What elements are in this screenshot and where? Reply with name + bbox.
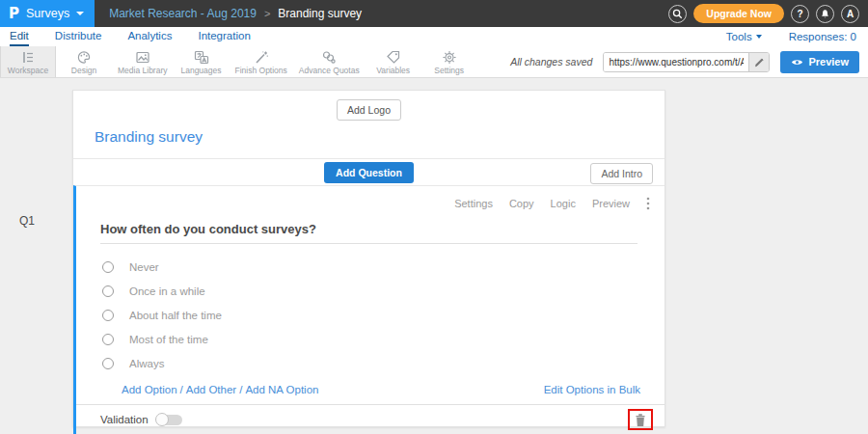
- chevron-down-icon: [76, 12, 84, 15]
- toolbar-item-finish-options[interactable]: Finish Options: [230, 46, 293, 77]
- avatar-initial: A: [847, 9, 854, 19]
- option-label[interactable]: Never: [129, 261, 159, 273]
- breadcrumb-separator: >: [264, 8, 270, 19]
- autosave-status: All changes saved: [510, 56, 592, 68]
- pencil-icon: [754, 57, 765, 68]
- toolbar-item-label: Workspace: [8, 66, 48, 75]
- radio-button[interactable]: [102, 261, 114, 273]
- quota-links-icon: [321, 50, 337, 65]
- add-logo-button[interactable]: Add Logo: [337, 99, 401, 121]
- add-question-row: Add Question Add Intro: [73, 158, 665, 185]
- toolbar-right: All changes saved Preview: [510, 46, 868, 77]
- option-row: About half the time: [102, 303, 665, 327]
- tab-analytics[interactable]: Analytics: [127, 27, 172, 46]
- notifications-button[interactable]: [816, 5, 834, 23]
- question-block: Settings Copy Logic Preview How often do…: [73, 185, 665, 434]
- survey-url-input[interactable]: [604, 53, 748, 71]
- option-links-row: Add Option/Add Other/Add NA Option Edit …: [122, 384, 640, 395]
- toolbar-item-label: Languages: [180, 66, 221, 75]
- option-label[interactable]: Once in a while: [129, 285, 205, 297]
- option-label[interactable]: About half the time: [129, 310, 222, 321]
- wand-icon: [254, 50, 269, 65]
- option-label[interactable]: Always: [129, 358, 164, 369]
- palette-icon: [76, 50, 92, 65]
- radio-button[interactable]: [102, 285, 114, 297]
- logo-row: Add Logo: [73, 91, 665, 121]
- validation-toggle[interactable]: [156, 415, 182, 425]
- edit-options-in-bulk-link[interactable]: Edit Options in Bulk: [544, 384, 640, 395]
- breadcrumb: Market Research - Aug 2019 > Branding su…: [109, 7, 362, 20]
- question-mark-icon: ?: [797, 9, 802, 19]
- avatar[interactable]: A: [841, 5, 859, 23]
- validation-label: Validation: [100, 414, 149, 425]
- add-na-option-link[interactable]: Add NA Option: [245, 384, 318, 395]
- preview-button-label: Preview: [808, 56, 849, 68]
- toggle-knob-icon: [155, 413, 169, 426]
- toolbar-item-label: Variables: [376, 66, 410, 75]
- builder-toolbar: Workspace Design Media Library Languages…: [0, 46, 868, 78]
- tab-edit[interactable]: Edit: [10, 27, 29, 46]
- radio-button[interactable]: [102, 334, 114, 345]
- toolbar-item-settings[interactable]: Settings: [421, 46, 477, 77]
- question-settings-link[interactable]: Settings: [454, 198, 493, 209]
- more-options-button[interactable]: [646, 197, 650, 210]
- survey-card: Add Logo Branding survey Add Question Ad…: [72, 90, 665, 427]
- toolbar-item-label: Media Library: [118, 66, 168, 75]
- top-bar: P Surveys Market Research - Aug 2019 > B…: [0, 0, 868, 27]
- tab-distribute[interactable]: Distribute: [55, 27, 102, 46]
- toolbar-item-media-library[interactable]: Media Library: [112, 46, 174, 77]
- delete-question-button-highlighted[interactable]: [628, 409, 653, 430]
- toolbar-item-workspace[interactable]: Workspace: [0, 46, 56, 77]
- option-label[interactable]: Most of the time: [129, 334, 208, 345]
- option-row: Never: [102, 255, 665, 279]
- toolbar-item-label: Settings: [434, 66, 464, 75]
- translate-icon: [194, 50, 209, 65]
- product-menu[interactable]: P Surveys: [0, 0, 95, 27]
- question-logic-link[interactable]: Logic: [551, 198, 576, 209]
- search-button[interactable]: [668, 5, 687, 23]
- toolbar-item-variables[interactable]: Variables: [366, 46, 421, 77]
- toolbar-item-languages[interactable]: Languages: [174, 46, 230, 77]
- option-row: Most of the time: [102, 327, 665, 351]
- tools-menu[interactable]: Tools: [726, 31, 762, 42]
- gear-icon: [442, 50, 457, 65]
- survey-title[interactable]: Branding survey: [95, 128, 203, 145]
- topbar-actions: Upgrade Now ? A: [668, 4, 868, 23]
- help-button[interactable]: ?: [791, 5, 809, 23]
- question-id-label: Q1: [19, 214, 35, 228]
- tab-integration[interactable]: Integration: [198, 27, 250, 46]
- add-intro-button[interactable]: Add Intro: [590, 163, 653, 184]
- add-question-button[interactable]: Add Question: [324, 162, 414, 183]
- upgrade-now-button[interactable]: Upgrade Now: [693, 4, 784, 23]
- breadcrumb-current: Branding survey: [278, 7, 362, 20]
- question-footer: Validation: [76, 404, 665, 434]
- toolbar-item-design[interactable]: Design: [56, 46, 112, 77]
- radio-button[interactable]: [102, 310, 114, 321]
- add-option-link[interactable]: Add Option: [122, 384, 177, 395]
- option-row: Once in a while: [102, 279, 665, 303]
- radio-button[interactable]: [102, 358, 114, 369]
- toolbar-item-label: Design: [71, 66, 96, 75]
- nav-items: Edit Distribute Analytics Integration: [0, 27, 251, 46]
- question-preview-link[interactable]: Preview: [592, 198, 630, 209]
- preview-button[interactable]: Preview: [780, 51, 859, 73]
- nav-right: Tools Responses: 0: [726, 31, 868, 42]
- question-text[interactable]: How often do you conduct surveys?: [100, 222, 637, 244]
- tools-label: Tools: [726, 31, 752, 42]
- edit-url-button[interactable]: [748, 53, 769, 71]
- chevron-down-icon: [756, 35, 762, 39]
- eye-icon: [791, 58, 803, 67]
- breadcrumb-parent-link[interactable]: Market Research - Aug 2019: [109, 7, 257, 20]
- responses-count[interactable]: Responses: 0: [789, 31, 856, 42]
- product-menu-label: Surveys: [26, 7, 69, 20]
- add-option-links: Add Option/Add Other/Add NA Option: [122, 384, 318, 395]
- toolbar-item-advance-quotas[interactable]: Advance Quotas: [293, 46, 366, 77]
- question-actions: Settings Copy Logic Preview: [76, 186, 665, 210]
- bell-icon: [820, 9, 830, 19]
- question-copy-link[interactable]: Copy: [509, 198, 534, 209]
- search-icon: [672, 9, 683, 19]
- add-other-link[interactable]: Add Other: [186, 384, 236, 395]
- link-separator: /: [239, 384, 242, 395]
- image-icon: [135, 50, 150, 65]
- workspace-icon: [20, 50, 36, 65]
